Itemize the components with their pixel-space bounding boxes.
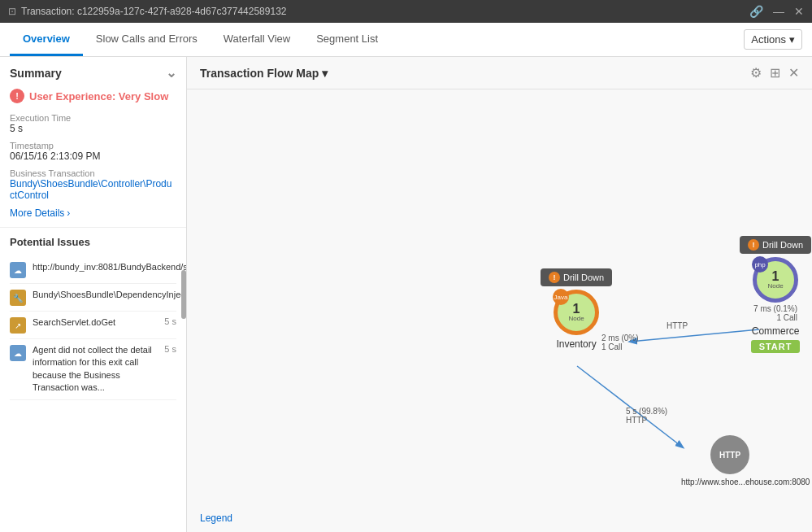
inventory-name: Inventory <box>556 338 596 350</box>
settings-icon[interactable]: ⚙ <box>750 65 762 81</box>
start-badge: START <box>751 340 801 353</box>
execution-time-value: 5 s <box>10 123 176 134</box>
summary-collapse-icon[interactable]: ⌄ <box>166 65 176 81</box>
node-inventory[interactable]: ! Drill Down Java 1 Node Inventory <box>541 268 612 350</box>
close-icon[interactable]: ✕ <box>794 5 804 18</box>
title-bar-title: Transaction: c122959a-127c-427f-a928-4d6… <box>21 6 286 17</box>
http-external-name: http://www.shoe...ehouse.com:8080 <box>681 477 779 486</box>
issue-time-4: 5 s <box>164 344 176 354</box>
sidebar: Summary ⌄ ! User Experience: Very Slow E… <box>0 57 187 532</box>
nav-bar: Overview Slow Calls and Errors Waterfall… <box>0 23 812 57</box>
link-icon[interactable]: 🔗 <box>749 5 763 18</box>
cloud-icon-1: ☁ <box>10 262 26 278</box>
timestamp-row: Timestamp 06/15/16 2:13:09 PM <box>10 141 176 162</box>
more-details-link[interactable]: More Details › <box>10 207 176 219</box>
drill-down-bubble-left[interactable]: ! Drill Down <box>541 268 612 286</box>
tab-overview[interactable]: Overview <box>10 23 83 56</box>
chevron-down-icon: ▾ <box>789 33 795 46</box>
tab-slow-calls[interactable]: Slow Calls and Errors <box>83 23 211 56</box>
commerce-count: 1 <box>772 270 779 283</box>
execution-time-label: Execution Time <box>10 113 176 123</box>
execution-time-row: Execution Time 5 s <box>10 113 176 134</box>
node-commerce[interactable]: ! Drill Down php 1 Node 7 ms (0.1%)1 Cal… <box>740 236 811 353</box>
main-content: Transaction Flow Map ▾ ⚙ ⊞ ✕ <box>187 57 812 532</box>
business-transaction-row: Business Transaction Bundy\ShoesBundle\C… <box>10 168 176 201</box>
main-layout: Summary ⌄ ! User Experience: Very Slow E… <box>0 57 812 532</box>
inventory-node-label: Node <box>569 316 584 322</box>
business-transaction-link[interactable]: Bundy\ShoesBundle\Controller\ProductCont… <box>10 178 172 201</box>
edge-label-http-1: HTTP <box>667 321 688 330</box>
php-badge: php <box>752 256 768 273</box>
content-icon-group: ⚙ ⊞ ✕ <box>750 65 799 81</box>
potential-issues-title: Potential Issues <box>10 236 176 248</box>
arrow-icon-3: ↗ <box>10 317 26 334</box>
minimize-icon[interactable]: — <box>773 5 784 18</box>
drill-warning-icon-right: ! <box>748 239 759 251</box>
nav-tabs: Overview Slow Calls and Errors Waterfall… <box>10 23 391 56</box>
commerce-circle: php 1 Node <box>753 257 798 303</box>
issue-item-4[interactable]: ☁ Agent did not collect the detail infor… <box>10 339 176 400</box>
tab-segment-list[interactable]: Segment List <box>303 23 391 56</box>
drill-warning-icon-left: ! <box>549 272 560 283</box>
inventory-count: 1 <box>573 303 580 316</box>
content-header: Transaction Flow Map ▾ ⚙ ⊞ ✕ <box>187 57 812 89</box>
summary-section: Summary ⌄ ! User Experience: Very Slow E… <box>0 57 186 228</box>
flow-map-title[interactable]: Transaction Flow Map ▾ <box>200 67 328 80</box>
commerce-edge-stats: 7 ms (0.1%)1 Call <box>753 304 797 322</box>
grid-icon[interactable]: ⊞ <box>770 65 780 81</box>
java-badge: Java <box>553 289 569 305</box>
wrench-icon-2: 🔧 <box>10 290 26 306</box>
issue-text-2: Bundy\ShoesBundle\DependencyInjection\Se… <box>33 289 187 301</box>
issue-item-1[interactable]: ☁ http://bundy_inv:8081/BundyBackend/sea… <box>10 256 176 284</box>
legend-link[interactable]: Legend <box>200 512 232 524</box>
potential-issues-section: Potential Issues ☁ http://bundy_inv:8081… <box>0 228 186 532</box>
commerce-name: Commerce <box>752 325 800 337</box>
issue-text-3: SearchServlet.doGet <box>33 316 158 329</box>
issue-text-1: http://bundy_inv:8081/BundyBackend/searc… <box>33 261 187 273</box>
issue-text-4: Agent did not collect the detail informa… <box>33 344 158 395</box>
edge-label-http-2: 5 s (99.8%)HTTP <box>626 407 667 425</box>
timestamp-value: 06/15/16 2:13:09 PM <box>10 150 176 162</box>
issue-time-3: 5 s <box>164 316 176 326</box>
drill-down-label-left: Drill Down <box>563 273 604 282</box>
flow-map-chevron-icon: ▾ <box>322 67 328 80</box>
timestamp-label: Timestamp <box>10 141 176 150</box>
summary-title: Summary <box>10 67 62 80</box>
close-flow-icon[interactable]: ✕ <box>788 65 799 81</box>
actions-button[interactable]: Actions ▾ <box>744 29 802 50</box>
business-transaction-label: Business Transaction <box>10 168 176 178</box>
flow-canvas: HTTP 2 ms (0%)1 Call 5 s (99.8%)HTTP ! D… <box>187 89 812 532</box>
inventory-circle: Java 1 Node <box>554 290 599 335</box>
warning-circle-icon: ! <box>10 89 24 103</box>
drill-down-label-right: Drill Down <box>762 240 803 250</box>
user-experience-row: ! User Experience: Very Slow <box>10 89 176 103</box>
title-bar: ⊡ Transaction: c122959a-127c-427f-a928-4… <box>0 0 812 23</box>
transaction-icon: ⊡ <box>8 6 16 17</box>
cloud-icon-4: ☁ <box>10 345 26 361</box>
issue-item-2[interactable]: 🔧 Bundy\ShoesBundle\DependencyInjection\… <box>10 284 176 312</box>
user-exp-label: User Experience: Very Slow <box>29 90 168 102</box>
more-details-chevron-icon: › <box>67 207 70 219</box>
node-http-external[interactable]: HTTP http://www.shoe...ehouse.com:8080 <box>681 435 779 486</box>
commerce-node-label: Node <box>768 283 784 290</box>
http-external-circle: HTTP <box>710 435 749 474</box>
sidebar-scroll-handle[interactable] <box>181 270 186 319</box>
drill-down-bubble-right[interactable]: ! Drill Down <box>740 236 811 254</box>
issue-item-3[interactable]: ↗ SearchServlet.doGet 5 s <box>10 312 176 339</box>
tab-waterfall[interactable]: Waterfall View <box>211 23 303 56</box>
